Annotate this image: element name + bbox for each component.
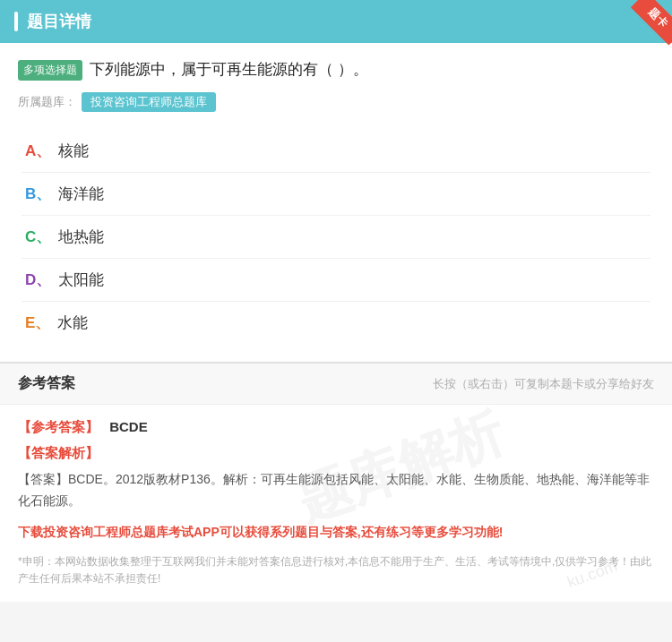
question-type-tag: 多项选择题 xyxy=(18,60,82,81)
answer-body: 题库解析 ku.com 【参考答案】 BCDE 【答案解析】 【答案】BCDE。… xyxy=(0,404,672,602)
option-letter: A、 xyxy=(25,141,51,161)
question-text: 下列能源中，属于可再生能源的有（ ）。 xyxy=(90,57,368,81)
option-text: 地热能 xyxy=(58,227,104,247)
question-section: 多项选择题 下列能源中，属于可再生能源的有（ ）。 所属题库： 投资咨询工程师总… xyxy=(0,43,672,362)
ref-answer-line: 【参考答案】 BCDE xyxy=(18,419,654,436)
option-letter: D、 xyxy=(25,270,51,290)
analysis-label: 【答案解析】 xyxy=(18,445,654,462)
option-letter: C、 xyxy=(25,227,51,247)
ref-answer-value: BCDE xyxy=(109,419,148,434)
option-item[interactable]: A、核能 xyxy=(22,130,650,173)
disclaimer: *申明：本网站数据收集整理于互联网我们并未能对答案信息进行核对,本信息不能用于生… xyxy=(18,553,654,587)
option-item[interactable]: C、地热能 xyxy=(22,216,650,259)
options-list: A、核能B、海洋能C、地热能D、太阳能E、水能 xyxy=(18,130,654,344)
corner-badge-label: 题卡 xyxy=(631,0,672,46)
option-text: 海洋能 xyxy=(58,184,104,204)
answer-header: 参考答案 长按（或右击）可复制本题卡或分享给好友 xyxy=(0,362,672,404)
option-text: 水能 xyxy=(57,312,88,333)
category-line: 所属题库： 投资咨询工程师总题库 xyxy=(18,92,654,112)
category-badge: 投资咨询工程师总题库 xyxy=(82,92,216,112)
ref-answer-label: 【参考答案】 xyxy=(18,419,99,434)
option-letter: E、 xyxy=(25,312,50,333)
option-item[interactable]: D、太阳能 xyxy=(22,259,650,302)
header-bar xyxy=(14,12,18,31)
analysis-text: 【答案】BCDE。2012版教材P136。解析：可再生能源包括风能、太阳能、水能… xyxy=(18,469,654,512)
answer-section-title: 参考答案 xyxy=(18,374,75,393)
header-title: 题目详情 xyxy=(27,11,91,32)
download-link[interactable]: 下载投资咨询工程师总题库考试APP可以获得系列题目与答案,还有练习等更多学习功能… xyxy=(18,525,654,541)
option-item[interactable]: E、水能 xyxy=(22,302,650,344)
corner-badge: 题卡 xyxy=(618,0,672,54)
option-item[interactable]: B、海洋能 xyxy=(22,173,650,216)
option-text: 太阳能 xyxy=(58,270,104,290)
share-hint: 长按（或右击）可复制本题卡或分享给好友 xyxy=(433,376,654,392)
page-header: 题目详情 题卡 xyxy=(0,0,672,43)
category-label: 所属题库： xyxy=(18,94,76,110)
option-text: 核能 xyxy=(58,141,89,161)
option-letter: B、 xyxy=(25,184,51,204)
question-line: 多项选择题 下列能源中，属于可再生能源的有（ ）。 xyxy=(18,57,654,81)
